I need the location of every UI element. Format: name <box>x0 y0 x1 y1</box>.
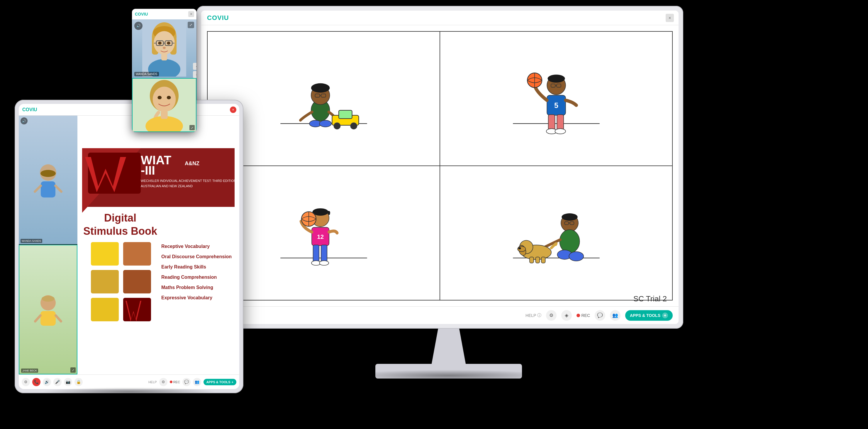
tablet-apps-tools-button[interactable]: APPS & TOOLS + <box>204 379 236 385</box>
tablet-video-cell-wanda: 🔊 WANDA SANDS <box>19 116 78 244</box>
tablet-participants-icon[interactable]: 👥 <box>193 378 201 386</box>
svg-text:Receptive Vocabulary: Receptive Vocabulary <box>161 244 210 249</box>
svg-text:WECHSLER INDIVIDUAL ACHIEVEMEN: WECHSLER INDIVIDUAL ACHIEVEMENT TEST: TH… <box>141 179 235 182</box>
jane-label: JANE BECK <box>21 369 38 373</box>
participants-icon[interactable]: 👥 <box>610 310 620 321</box>
video-window-header: COVIU × <box>132 9 196 19</box>
tablet-video-cell-jane: JANE BECK ⤢ <box>19 245 78 374</box>
svg-text:A&NZ: A&NZ <box>185 161 199 166</box>
tablet-settings-icon[interactable]: ⚙ <box>22 378 30 386</box>
video-cell-wanda: 🔊 ⤢ WANDA SANDS <box>132 19 196 78</box>
illustration-child-dog <box>505 196 608 270</box>
tablet-close-button[interactable]: × <box>230 107 236 113</box>
tablet-body: COVIU × <box>15 100 243 393</box>
svg-point-11 <box>334 123 340 130</box>
tablet-chat-icon[interactable]: 💬 <box>182 378 191 386</box>
svg-rect-54 <box>541 257 545 263</box>
video-expand-icon[interactable]: ⤢ <box>188 22 194 28</box>
svg-text:-III: -III <box>141 164 155 177</box>
svg-point-12 <box>350 123 357 130</box>
tablet-main-content: WIAT -III A&NZ WECHSLER INDIVIDUAL ACHIE… <box>78 116 239 374</box>
tablet-toolbar: ⚙ 📞 🔊 🎤 📷 🔒 HELP ⚙ REC 💬 👥 APPS & TOOLS … <box>19 374 239 389</box>
svg-point-108 <box>153 87 176 112</box>
monitor-main-content: 5 <box>201 25 679 306</box>
tablet-audio-icon[interactable]: 🔊 <box>43 378 51 386</box>
jane-video <box>132 79 196 132</box>
video-nav-buttons: ‹ › <box>193 63 196 78</box>
quad-cell-top-right: 5 <box>440 31 673 166</box>
svg-text:Reading Comprehension: Reading Comprehension <box>161 275 217 280</box>
svg-rect-80 <box>123 270 151 293</box>
nav-left-button[interactable]: ‹ <box>193 63 196 70</box>
help-button[interactable]: HELP ⓘ <box>526 313 541 318</box>
video-cell-jane: ⤢ <box>132 78 196 132</box>
svg-text:Early Reading Skills: Early Reading Skills <box>161 264 206 269</box>
svg-rect-79 <box>91 270 119 293</box>
svg-point-15 <box>548 75 565 82</box>
help-icon: ⓘ <box>537 313 541 318</box>
jane-full-avatar <box>132 78 196 132</box>
tablet-camera-icon[interactable]: 📷 <box>64 378 72 386</box>
svg-point-101 <box>158 42 162 45</box>
svg-rect-78 <box>123 242 151 265</box>
coviu-logo: COVIU <box>207 14 229 22</box>
tablet-help-label: HELP <box>148 380 157 384</box>
tablet-hangup-button[interactable]: 📞 <box>32 378 40 386</box>
wanda-full-avatar <box>142 21 186 77</box>
video-window-logo: COVIU <box>135 12 148 17</box>
svg-line-64 <box>56 315 61 321</box>
apps-tools-button[interactable]: APPS & TOOLS + <box>625 310 673 321</box>
settings-icon[interactable]: ⚙ <box>546 310 557 321</box>
svg-rect-81 <box>91 298 119 321</box>
tablet-lock-icon[interactable]: 🔒 <box>74 378 83 386</box>
audio-icon[interactable]: 🔊 <box>21 117 28 124</box>
tablet-header: COVIU × <box>19 104 239 116</box>
svg-text:Stimulus Book: Stimulus Book <box>83 225 157 237</box>
tablet: COVIU × <box>15 100 243 411</box>
svg-rect-52 <box>530 257 534 263</box>
quad-grid: 5 <box>207 31 673 301</box>
illustration-girl-ball: 12 <box>272 196 375 270</box>
svg-line-63 <box>35 315 40 321</box>
svg-point-51 <box>518 247 521 250</box>
quad-cell-bottom-right <box>440 166 673 300</box>
rec-button[interactable]: REC <box>577 313 590 318</box>
svg-point-8 <box>319 120 331 127</box>
svg-text:Maths Problem Solving: Maths Problem Solving <box>161 285 213 290</box>
expand-icon[interactable]: ⤢ <box>70 367 76 373</box>
trial-label: SC Trial 2 <box>633 294 667 304</box>
wanda-video-feed <box>19 116 78 244</box>
svg-point-35 <box>319 261 329 265</box>
tablet-rec-button[interactable]: REC <box>170 380 180 384</box>
svg-rect-53 <box>535 257 539 263</box>
chat-icon[interactable]: 💬 <box>595 310 605 321</box>
video-window-close[interactable]: × <box>188 11 194 17</box>
jane-expand-icon[interactable]: ⤢ <box>189 125 195 130</box>
svg-point-46 <box>569 252 584 261</box>
tablet-screen: COVIU × <box>19 104 239 389</box>
svg-line-59 <box>55 186 61 192</box>
svg-rect-112 <box>161 111 168 119</box>
svg-point-24 <box>555 128 565 134</box>
svg-point-61 <box>42 296 55 302</box>
tablet-plus-icon: + <box>232 380 234 384</box>
video-audio-icon[interactable]: 🔊 <box>134 22 143 30</box>
svg-point-3 <box>311 83 330 93</box>
tablet-settings2-icon[interactable]: ⚙ <box>159 378 167 386</box>
illustration-boy-basketball: 5 <box>505 62 608 135</box>
svg-rect-10 <box>339 110 352 118</box>
monitor-close-button[interactable]: × <box>666 14 674 22</box>
nav-right-button[interactable]: › <box>193 71 196 78</box>
tablet-coviu-logo: COVIU <box>22 107 37 112</box>
svg-text:AUSTRALIAN AND NEW ZEALAND: AUSTRALIAN AND NEW ZEALAND <box>141 184 193 188</box>
tablet-mic-icon[interactable]: 🎤 <box>53 378 62 386</box>
layers-icon[interactable]: ◈ <box>561 310 572 321</box>
svg-rect-62 <box>40 311 56 326</box>
wanda-name-label: WANDA SANDS <box>134 72 159 76</box>
svg-rect-57 <box>41 181 55 198</box>
wanda-label: WANDA SANDS <box>21 239 42 243</box>
tablet-shadow <box>41 387 217 396</box>
svg-text:12: 12 <box>317 233 324 240</box>
tablet-rec-dot <box>170 380 173 383</box>
svg-point-56 <box>40 170 56 177</box>
